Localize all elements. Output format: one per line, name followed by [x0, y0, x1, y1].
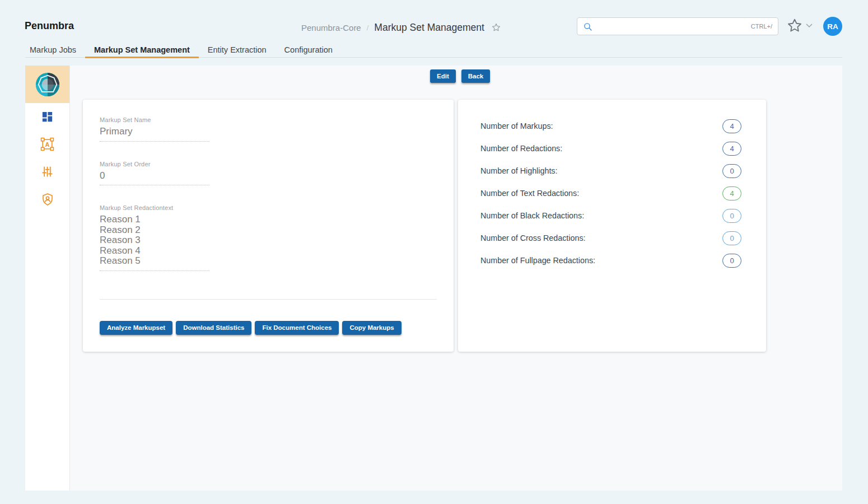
stat-value-badge: 0 [722, 231, 741, 245]
field-value: 0 [100, 171, 209, 181]
edit-button[interactable]: Edit [430, 69, 456, 83]
field-markup-set-name: Markup Set Name Primary [100, 116, 437, 142]
analyze-markupset-button[interactable]: Analyze Markupset [100, 321, 172, 335]
tab-entity-extraction[interactable]: Entity Extraction [199, 43, 276, 58]
redaction-reason: Reason 1 [100, 214, 209, 225]
user-avatar[interactable]: RA [823, 17, 842, 36]
sidebar-item-admin[interactable] [25, 185, 69, 213]
content-area: A [25, 66, 842, 491]
search-shortcut-hint: CTRL+/ [751, 23, 772, 30]
page-actions: Edit Back [430, 69, 490, 83]
stat-label: Number of Black Redactions: [480, 211, 584, 220]
favorites-button[interactable] [786, 17, 803, 34]
chevron-down-icon[interactable] [806, 24, 813, 28]
stat-label: Number of Text Redactions: [480, 189, 579, 198]
redaction-reason: Reason 4 [100, 246, 209, 256]
tab-markup-jobs[interactable]: Markup Jobs [25, 43, 85, 58]
back-button[interactable]: Back [461, 69, 491, 83]
tab-markup-set-management[interactable]: Markup Set Management [85, 43, 199, 58]
stat-row: Number of Markups: 4 [480, 119, 741, 133]
field-label: Markup Set Order [100, 161, 437, 167]
field-value: Primary [100, 127, 209, 137]
stat-row: Number of Highlights: 0 [480, 164, 741, 178]
markup-set-details-card: Markup Set Name Primary Markup Set Order… [83, 100, 454, 352]
stat-row: Number of Text Redactions: 4 [480, 186, 741, 200]
fix-document-choices-button[interactable]: Fix Document Choices [255, 321, 339, 335]
favorite-star-icon[interactable] [491, 22, 501, 32]
stat-value-badge: 4 [722, 186, 741, 200]
global-search[interactable]: CTRL+/ [577, 17, 778, 35]
field-markup-set-order: Markup Set Order 0 [100, 161, 437, 186]
stat-value-badge: 0 [722, 209, 741, 223]
tune-sliders-icon [41, 165, 54, 178]
download-statistics-button[interactable]: Download Statistics [176, 321, 251, 335]
tab-configuration[interactable]: Configuration [276, 43, 342, 58]
admin-shield-icon [41, 193, 54, 206]
text-annotation-icon: A [40, 137, 54, 151]
main-panel: Edit Back Markup Set Name Primary Markup… [70, 66, 842, 491]
stat-label: Number of Markups: [480, 122, 553, 130]
sidebar-item-dashboard[interactable] [25, 103, 69, 130]
global-search-input[interactable] [597, 22, 751, 31]
dashboard-icon [41, 110, 54, 123]
redaction-reason: Reason 3 [100, 235, 209, 246]
details-card-actions: Analyze Markupset Download Statistics Fi… [100, 321, 437, 335]
redaction-reason: Reason 2 [100, 225, 209, 236]
stat-row: Number of Redactions: 4 [480, 141, 741, 156]
stat-row: Number of Fullpage Redactions: 0 [480, 253, 741, 268]
app-brand: Penumbra [25, 20, 74, 32]
sidebar-item-text-annotation[interactable]: A [25, 130, 69, 158]
search-icon [583, 22, 592, 31]
main-tab-bar: Markup Jobs Markup Set Management Entity… [25, 43, 842, 58]
redaction-reason: Reason 5 [100, 256, 209, 267]
markup-statistics-card: Number of Markups: 4 Number of Redaction… [458, 100, 766, 352]
page-title: Markup Set Management [374, 22, 484, 34]
sidebar-item-home[interactable] [25, 66, 69, 103]
breadcrumb-parent[interactable]: Penumbra-Core [301, 23, 361, 32]
sidebar-item-settings-sliders[interactable] [25, 158, 69, 185]
stat-label: Number of Cross Redactions: [480, 234, 586, 242]
breadcrumb-separator: / [367, 24, 369, 32]
stat-row: Number of Black Redactions: 0 [480, 208, 741, 223]
stat-value-badge: 0 [722, 164, 741, 178]
svg-text:A: A [45, 141, 50, 148]
stat-row: Number of Cross Redactions: 0 [480, 231, 741, 245]
field-label: Markup Set Name [100, 116, 437, 123]
penumbra-logo-icon [35, 72, 60, 97]
stat-value-badge: 4 [722, 119, 741, 133]
icon-sidebar: A [25, 66, 70, 491]
field-label: Markup Set Redactiontext [100, 204, 437, 211]
stat-value-badge: 4 [722, 142, 741, 156]
copy-markups-button[interactable]: Copy Markups [342, 321, 401, 335]
stat-label: Number of Highlights: [480, 166, 557, 175]
stat-value-badge: 0 [722, 254, 741, 268]
stat-label: Number of Fullpage Redactions: [480, 256, 595, 265]
field-markup-set-redactiontext: Markup Set Redactiontext Reason 1 Reason… [100, 204, 437, 271]
breadcrumb: Penumbra-Core / Markup Set Management [301, 19, 501, 36]
stat-label: Number of Redactions: [480, 144, 562, 153]
card-divider [100, 299, 437, 300]
